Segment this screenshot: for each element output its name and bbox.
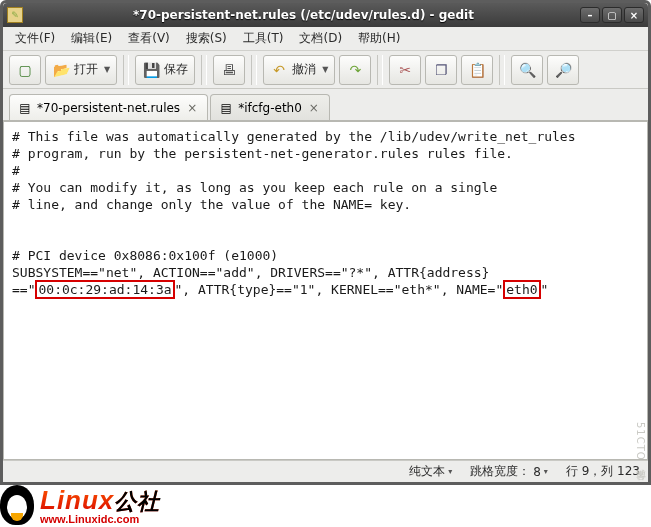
- watermark: 51CTO博客: [633, 422, 647, 463]
- undo-icon: ↶: [270, 61, 288, 79]
- print-button[interactable]: 🖶: [213, 55, 245, 85]
- save-icon: 💾: [142, 61, 160, 79]
- highlight-mac-address: 00:0c:29:ad:14:3a: [35, 280, 174, 299]
- replace-icon: 🔎: [554, 61, 572, 79]
- status-cursor-position: 行 9，列 123: [566, 463, 640, 480]
- window-title: *70-persistent-net.rules (/etc/udev/rule…: [29, 8, 578, 22]
- find-icon: 🔍: [518, 61, 536, 79]
- minimize-button[interactable]: –: [580, 7, 600, 23]
- document-new-icon: ▢: [16, 61, 34, 79]
- cut-button[interactable]: ✂: [389, 55, 421, 85]
- paste-icon: 📋: [468, 61, 486, 79]
- tab-70-persistent-net-rules[interactable]: ▤ *70-persistent-net.rules ×: [9, 94, 208, 120]
- tab-label: *70-persistent-net.rules: [37, 101, 180, 115]
- undo-button[interactable]: ↶ 撤消 ▼: [263, 55, 335, 85]
- menu-file[interactable]: 文件(F): [7, 28, 63, 49]
- document-tabs: ▤ *70-persistent-net.rules × ▤ *ifcfg-et…: [3, 89, 648, 121]
- save-button[interactable]: 💾 保存: [135, 55, 195, 85]
- maximize-button[interactable]: ▢: [602, 7, 622, 23]
- document-icon: ▤: [219, 101, 233, 115]
- tab-ifcfg-eth0[interactable]: ▤ *ifcfg-eth0 ×: [210, 94, 330, 120]
- line: # PCI device 0x8086:0x100f (e1000): [12, 248, 278, 263]
- menu-view[interactable]: 查看(V): [120, 28, 178, 49]
- replace-button[interactable]: 🔎: [547, 55, 579, 85]
- toolbar-separator: [377, 55, 383, 85]
- save-label: 保存: [164, 61, 188, 78]
- menu-help[interactable]: 帮助(H): [350, 28, 408, 49]
- chevron-down-icon: ▾: [544, 467, 548, 476]
- toolbar-separator: [123, 55, 129, 85]
- tab-close-icon[interactable]: ×: [185, 101, 199, 115]
- line-part: ", ATTR{type}=="1", KERNEL=="eth*", NAME…: [175, 282, 504, 297]
- open-button[interactable]: 📂 打开 ▼: [45, 55, 117, 85]
- line-part: ": [541, 282, 549, 297]
- status-language[interactable]: 纯文本▾: [409, 463, 452, 480]
- editor-content[interactable]: # This file was automatically generated …: [4, 122, 647, 304]
- undo-label: 撤消: [292, 61, 316, 78]
- toolbar: ▢ 📂 打开 ▼ 💾 保存 🖶 ↶ 撤消 ▼ ↷ ✂ ❐ 📋 🔍 🔎: [3, 51, 648, 89]
- site-logo: Linux公社 www.Linuxidc.com: [0, 482, 160, 527]
- open-label: 打开: [74, 61, 98, 78]
- document-icon: ▤: [18, 101, 32, 115]
- menu-edit[interactable]: 编辑(E): [63, 28, 120, 49]
- tux-penguin-icon: [0, 485, 34, 525]
- logo-en: Linux: [40, 485, 114, 515]
- toolbar-separator: [251, 55, 257, 85]
- paste-button[interactable]: 📋: [461, 55, 493, 85]
- line: # This file was automatically generated …: [12, 129, 576, 144]
- line: # You can modify it, as long as you keep…: [12, 180, 497, 195]
- tab-close-icon[interactable]: ×: [307, 101, 321, 115]
- tab-label: *ifcfg-eth0: [238, 101, 302, 115]
- dropdown-icon: ▼: [104, 65, 110, 74]
- window-titlebar: ✎ *70-persistent-net.rules (/etc/udev/ru…: [3, 3, 648, 27]
- logo-zh: 公社: [114, 489, 160, 514]
- redo-button[interactable]: ↷: [339, 55, 371, 85]
- line-part: ==": [12, 282, 35, 297]
- line: #: [12, 163, 20, 178]
- text-editor[interactable]: # This file was automatically generated …: [3, 121, 648, 460]
- line: # program, run by the persistent-net-gen…: [12, 146, 513, 161]
- line: # line, and change only the value of the…: [12, 197, 411, 212]
- close-button[interactable]: ×: [624, 7, 644, 23]
- highlight-interface-name: eth0: [503, 280, 540, 299]
- print-icon: 🖶: [220, 61, 238, 79]
- dropdown-icon: ▼: [322, 65, 328, 74]
- app-icon: ✎: [7, 7, 23, 23]
- menu-documents[interactable]: 文档(D): [291, 28, 350, 49]
- status-tabwidth[interactable]: 跳格宽度：8▾: [470, 463, 548, 480]
- find-button[interactable]: 🔍: [511, 55, 543, 85]
- menu-search[interactable]: 搜索(S): [178, 28, 235, 49]
- redo-icon: ↷: [346, 61, 364, 79]
- menu-bar: 文件(F) 编辑(E) 查看(V) 搜索(S) 工具(T) 文档(D) 帮助(H…: [3, 27, 648, 51]
- copy-icon: ❐: [432, 61, 450, 79]
- line: SUBSYSTEM=="net", ACTION=="add", DRIVERS…: [12, 265, 489, 280]
- folder-open-icon: 📂: [52, 61, 70, 79]
- menu-tools[interactable]: 工具(T): [235, 28, 292, 49]
- chevron-down-icon: ▾: [448, 467, 452, 476]
- copy-button[interactable]: ❐: [425, 55, 457, 85]
- toolbar-separator: [499, 55, 505, 85]
- cut-icon: ✂: [396, 61, 414, 79]
- new-button[interactable]: ▢: [9, 55, 41, 85]
- status-bar: 纯文本▾ 跳格宽度：8▾ 行 9，列 123: [3, 460, 648, 482]
- toolbar-separator: [201, 55, 207, 85]
